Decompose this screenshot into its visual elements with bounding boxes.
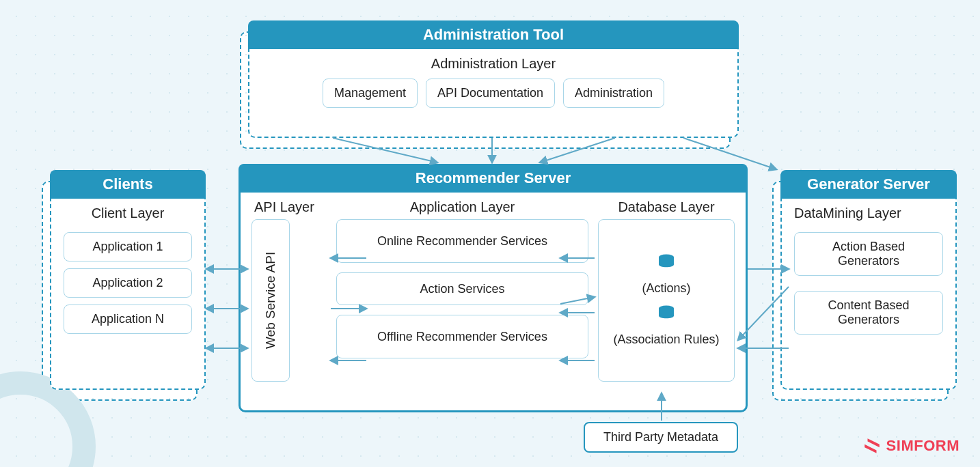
brand-name: SIMFORM [886,437,959,455]
generator-panel: Generator Server DataMining Layer Action… [780,170,957,390]
simform-logo: SIMFORM [863,437,959,455]
app-layer-label: Application Layer [336,193,588,219]
clients-panel: Clients Client Layer Application 1 Appli… [50,170,206,390]
simform-icon [863,437,881,455]
recommender-title: Recommender Server [239,164,748,193]
database-icon [657,254,676,269]
db-rules-label: (Association Rules) [613,332,719,347]
generator-title: Generator Server [780,170,957,199]
clients-title: Clients [50,170,206,199]
admin-item-management: Management [323,79,418,108]
gen-action-based: Action Based Generators [794,232,943,276]
text: Action Services [420,282,504,296]
client-app-n: Application N [64,305,192,334]
web-service-api: Web Service API [251,219,290,382]
db-box: (Actions) (Association Rules) [598,219,735,382]
admin-panel: Administration Tool Administration Layer… [248,20,739,138]
text: Offline Recommender Services [377,330,547,344]
recommender-panel: Recommender Server API Layer Web Service… [239,164,748,412]
app-action-svc: Action Services [336,272,588,305]
text: Application N [92,312,164,326]
gen-content-based: Content Based Generators [794,291,943,335]
client-app-1: Application 1 [64,232,192,261]
client-app-2: Application 2 [64,268,192,298]
api-layer-label: API Layer [251,193,327,219]
text: Application 1 [92,240,163,254]
text: Third Party Metadata [603,430,718,444]
text: Online Recommender Services [377,234,547,249]
third-party-metadata: Third Party Metadata [584,422,738,453]
text: Application 2 [92,276,163,290]
app-online-rec: Online Recommender Services [336,219,588,263]
text: Action Based Generators [806,240,931,268]
db-actions-label: (Actions) [642,281,690,296]
admin-layer-label: Administration Layer [249,49,737,76]
text: Administration [575,86,653,100]
database-icon [657,305,676,320]
admin-title: Administration Tool [248,20,739,49]
text: API Documentation [437,86,543,100]
admin-item-administration: Administration [563,79,664,108]
text: Management [334,86,406,100]
clients-layer-label: Client Layer [51,199,204,225]
datamining-layer-label: DataMining Layer [782,199,955,225]
app-offline-rec: Offline Recommender Services [336,315,588,358]
db-layer-label: Database Layer [598,193,735,219]
text: Content Based Generators [806,298,931,327]
text: Web Service API [263,252,278,349]
admin-item-api-doc: API Documentation [426,79,555,108]
